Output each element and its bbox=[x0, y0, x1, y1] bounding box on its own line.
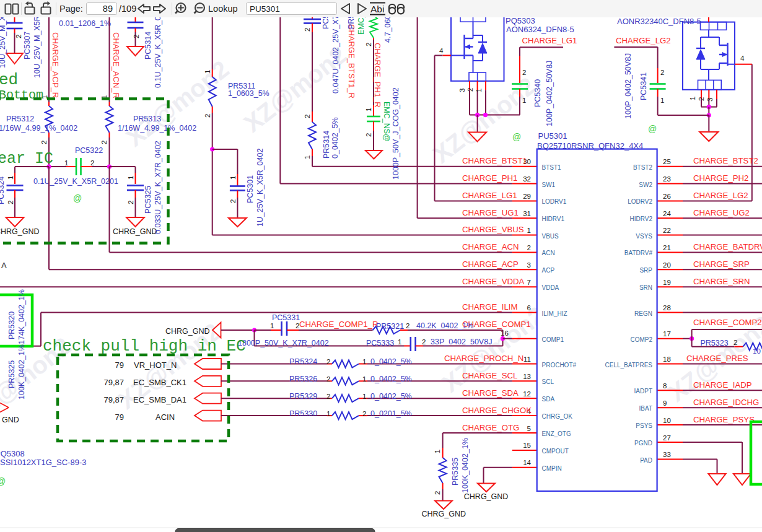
svg-text:0.047U_0402_25V_X7R_0402: 0.047U_0402_25V_X7R_0402 bbox=[331, 17, 340, 94]
svg-text:PR5315: PR5315 bbox=[347, 17, 356, 29]
svg-text:PR5312: PR5312 bbox=[6, 115, 34, 123]
svg-text:CHRG_GND: CHRG_GND bbox=[0, 227, 40, 236]
svg-text:32: 32 bbox=[523, 175, 531, 183]
svg-text:CHARGE_COMP1_R: CHARGE_COMP1_R bbox=[299, 320, 379, 329]
svg-text:1000P_50V_J_COG_0402: 1000P_50V_J_COG_0402 bbox=[392, 87, 400, 180]
svg-text:2: 2 bbox=[466, 88, 474, 92]
svg-text:CHARGE_SRP: CHARGE_SRP bbox=[693, 259, 750, 269]
svg-text:PSYS: PSYS bbox=[636, 422, 652, 429]
svg-text:100K_0402_1%: 100K_0402_1% bbox=[461, 438, 470, 493]
svg-text:0_0402_5%: 0_0402_5% bbox=[370, 357, 412, 366]
svg-text:@: @ bbox=[512, 132, 521, 142]
svg-text:PR5323: PR5323 bbox=[701, 339, 729, 347]
svg-text:3: 3 bbox=[527, 261, 531, 269]
svg-text:1: 1 bbox=[204, 70, 211, 74]
svg-text:CHARGE_BTST1: CHARGE_BTST1 bbox=[462, 156, 527, 165]
svg-text:4: 4 bbox=[439, 47, 444, 55]
svg-text:5: 5 bbox=[527, 425, 531, 432]
svg-text:2: 2 bbox=[734, 339, 737, 346]
svg-text:26: 26 bbox=[663, 193, 671, 200]
svg-text:PC5324: PC5324 bbox=[0, 177, 6, 204]
svg-text:0.1U_25V_K_X5R_0201: 0.1U_25V_K_X5R_0201 bbox=[154, 17, 162, 88]
svg-text:PR5325: PR5325 bbox=[7, 360, 16, 388]
svg-text:89: 89 bbox=[103, 4, 113, 14]
svg-text:4: 4 bbox=[740, 55, 745, 62]
svg-text:PR5313: PR5313 bbox=[133, 115, 161, 123]
svg-text:CHRG_GND: CHRG_GND bbox=[113, 227, 157, 236]
svg-text:BTST2: BTST2 bbox=[633, 164, 653, 171]
svg-text:1800P_50V_K_X7R_0402: 1800P_50V_K_X7R_0402 bbox=[238, 339, 329, 347]
svg-text:EC_SMB_CK1: EC_SMB_CK1 bbox=[133, 378, 186, 387]
svg-text:7: 7 bbox=[527, 279, 531, 286]
svg-text:0.033U_25V_K_X7R_0402: 0.033U_25V_K_X7R_0402 bbox=[154, 141, 162, 234]
svg-text:CHARGE_BATDRV: CHARGE_BATDRV bbox=[693, 242, 762, 251]
svg-text:CHARGE_CHGOK: CHARGE_CHGOK bbox=[462, 406, 532, 415]
svg-text:2: 2 bbox=[422, 338, 426, 346]
svg-text:check pull high in EC: check pull high in EC bbox=[43, 337, 246, 355]
svg-text:10: 10 bbox=[753, 347, 761, 355]
svg-text:CHARGE_VDDA: CHARGE_VDDA bbox=[462, 277, 525, 286]
svg-text:PC5341: PC5341 bbox=[639, 72, 648, 100]
svg-text:2: 2 bbox=[326, 393, 330, 400]
svg-text:PR5320: PR5320 bbox=[7, 312, 16, 339]
svg-text:CHARGE_VBUS: CHARGE_VBUS bbox=[462, 225, 524, 234]
svg-text:79: 79 bbox=[115, 360, 124, 370]
svg-text:Abi: Abi bbox=[370, 4, 384, 14]
svg-text:22: 22 bbox=[663, 227, 671, 234]
svg-text:CHARGE_LG1: CHARGE_LG1 bbox=[522, 36, 577, 45]
svg-text:2: 2 bbox=[365, 43, 372, 46]
svg-text:IBAT: IBAT bbox=[639, 405, 652, 412]
svg-text:PR5326: PR5326 bbox=[289, 375, 317, 383]
svg-text:CHARGE_UG2: CHARGE_UG2 bbox=[693, 208, 750, 217]
svg-text:AON6324_DFN8-5: AON6324_DFN8-5 bbox=[506, 25, 574, 34]
svg-text:2: 2 bbox=[698, 97, 705, 101]
svg-text:0_0402_5%: 0_0402_5% bbox=[370, 392, 412, 401]
svg-text:11: 11 bbox=[523, 355, 531, 363]
svg-text:12: 12 bbox=[523, 390, 531, 398]
svg-text:COMP2: COMP2 bbox=[630, 336, 652, 343]
svg-text:1: 1 bbox=[527, 227, 531, 234]
svg-text:24: 24 bbox=[663, 210, 671, 217]
svg-text:33: 33 bbox=[663, 451, 671, 458]
svg-text:VSYS: VSYS bbox=[636, 233, 652, 240]
svg-text:CHARGE_COMP2: CHARGE_COMP2 bbox=[693, 318, 762, 327]
svg-text:PQ5308: PQ5308 bbox=[0, 449, 25, 458]
svg-text:CHARGE_SDA: CHARGE_SDA bbox=[462, 388, 519, 398]
svg-text:SW1: SW1 bbox=[542, 181, 556, 188]
svg-text:SCL: SCL bbox=[542, 378, 554, 385]
svg-text:PC5325: PC5325 bbox=[144, 186, 152, 214]
svg-text:CHARGE_BTST1_R: CHARGE_BTST1_R bbox=[347, 24, 356, 98]
svg-text:2: 2 bbox=[133, 35, 140, 38]
svg-text:3: 3 bbox=[706, 98, 714, 102]
svg-text:PC5314: PC5314 bbox=[144, 32, 152, 59]
svg-text:IADPT: IADPT bbox=[634, 388, 652, 395]
svg-text:VR_HOT_N: VR_HOT_N bbox=[134, 360, 177, 370]
svg-text:2: 2 bbox=[304, 28, 311, 32]
svg-text:CHARGE_PRES: CHARGE_PRES bbox=[686, 354, 748, 363]
svg-text:2: 2 bbox=[527, 244, 531, 251]
svg-text:Page:: Page: bbox=[59, 4, 83, 14]
svg-text:2: 2 bbox=[660, 69, 664, 76]
svg-text:CHARGE_IADP: CHARGE_IADP bbox=[693, 380, 752, 390]
svg-text:1_0603_5%: 1_0603_5% bbox=[228, 89, 269, 98]
svg-text:PGND: PGND bbox=[634, 440, 652, 447]
svg-text:CHARGE_ILIM: CHARGE_ILIM bbox=[462, 302, 517, 312]
svg-text:PC5301: PC5301 bbox=[246, 175, 255, 203]
svg-text:BATDRV#: BATDRV# bbox=[624, 250, 653, 256]
svg-text:23: 23 bbox=[663, 175, 671, 183]
svg-text:17: 17 bbox=[663, 330, 671, 338]
svg-text:2: 2 bbox=[362, 410, 366, 417]
svg-text:LODRV1: LODRV1 bbox=[542, 198, 567, 205]
svg-text:10: 10 bbox=[663, 417, 671, 424]
svg-text:AONR32340C_DFN8-5: AONR32340C_DFN8-5 bbox=[617, 17, 701, 26]
svg-text:29: 29 bbox=[523, 193, 531, 200]
svg-text:1: 1 bbox=[362, 375, 366, 383]
svg-text:A: A bbox=[1, 261, 7, 270]
svg-text:CHRG_GND: CHRG_GND bbox=[165, 327, 210, 336]
svg-text:ACN: ACN bbox=[542, 250, 555, 256]
svg-text:31: 31 bbox=[523, 210, 531, 217]
svg-text:REGN: REGN bbox=[634, 310, 652, 317]
svg-text:PAD: PAD bbox=[640, 457, 652, 464]
svg-text:2: 2 bbox=[406, 322, 409, 329]
svg-text:1: 1 bbox=[127, 176, 134, 180]
